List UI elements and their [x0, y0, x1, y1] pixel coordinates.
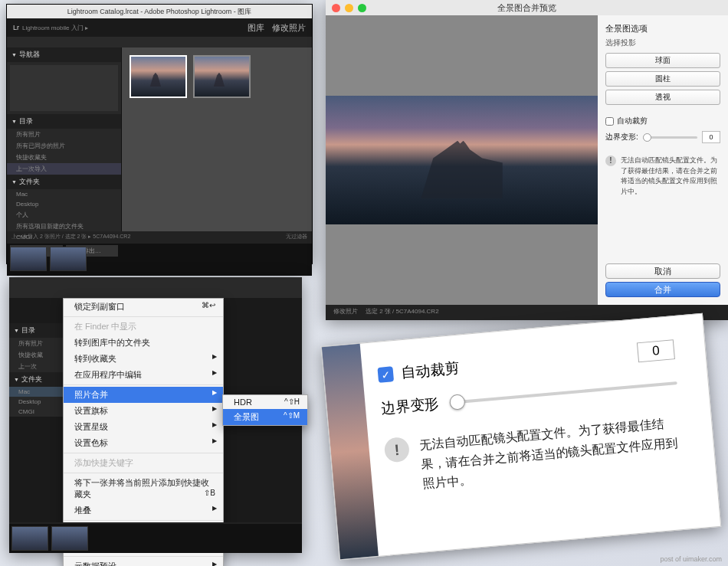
filmstrip[interactable]	[9, 524, 302, 553]
submenu-item[interactable]: HDR^⇧H	[223, 395, 307, 409]
preview-canvas	[326, 15, 598, 305]
menu-item[interactable]: 将下一张并将当前照片添加到快捷收藏夹⇧B	[64, 475, 223, 502]
panorama-image	[326, 96, 598, 224]
photo-thumb[interactable]	[130, 55, 187, 98]
catalog-item[interactable]: 所有已同步的照片	[7, 140, 121, 152]
slider-knob[interactable]	[643, 133, 651, 142]
detail-popup: ✓ 自动裁剪 0 边界变形 ! 无法自动匹配镜头配置文件。为了获得最佳结果，请在…	[321, 313, 722, 561]
menu-item: 在 Finder 中显示	[64, 319, 223, 335]
lightroom-contextmenu-window: 目录 所有照片 快捷收藏 上一次 文件夹 Mac Desktop CMGI 锁定…	[9, 277, 302, 553]
menu-item: 添加快捷关键字	[64, 455, 223, 471]
menu-item[interactable]: 锁定到副窗口⌘↩	[64, 299, 223, 315]
folder-item[interactable]: 所有选项目新建的文件夹	[7, 221, 121, 232]
filmstrip[interactable]	[7, 244, 312, 276]
toolbar	[7, 37, 312, 47]
auto-crop-label: 自动裁剪	[400, 358, 460, 384]
attribution: post of uimaker.com	[660, 555, 722, 563]
photo-thumb[interactable]	[193, 55, 251, 98]
catalog-item[interactable]: 快捷收藏	[9, 349, 63, 361]
photo-merge-submenu: HDR^⇧H全景图^⇧M	[222, 394, 308, 426]
menu-item[interactable]: 设置旗标	[64, 403, 223, 419]
menu-item[interactable]: 在应用程序中编辑	[64, 367, 223, 383]
lr-header: Lr Lightroom mobile 入门 ▸ 图库 修改照片	[7, 18, 312, 37]
filmstrip-thumb[interactable]	[51, 526, 88, 551]
boundary-value[interactable]: 0	[637, 339, 675, 362]
warning-text: 无法自动匹配镜头配置文件。为了获得最佳结果，请在合并之前将适当的镜头配置文件应用…	[418, 413, 684, 494]
filmstrip-thumb[interactable]	[10, 247, 47, 271]
panorama-preview-dialog: 全景图合并预览 全景图选项 选择投影 球面 圆柱 透视 自动裁剪 边界变形: 0…	[326, 0, 728, 320]
menu-item[interactable]: 元数据预设	[64, 558, 223, 566]
auto-crop-checkbox[interactable]: ✓	[377, 366, 394, 383]
warning-text: 无法自动匹配镜头配置文件。为了获得最佳结果，请在合并之前将适当的镜头配置文件应用…	[621, 155, 720, 197]
catalog-item[interactable]: 上一次	[9, 361, 63, 372]
foot-mode: 修改照片	[333, 307, 358, 318]
folder-item[interactable]: 个人	[7, 209, 121, 221]
auto-crop-label: 自动裁剪	[617, 116, 648, 126]
status-text: 上一次导入 2 张照片 / 选定 2 张 ▸ 5C7A4094.CR2	[11, 233, 130, 242]
slider-knob[interactable]	[449, 394, 466, 411]
navigator-header[interactable]: 导航器	[7, 47, 121, 62]
folder-item[interactable]: Mac	[9, 387, 63, 397]
boundary-label: 边界变形	[380, 394, 440, 419]
menu-item[interactable]: 堆叠	[64, 502, 223, 519]
catalog-header[interactable]: 目录	[7, 114, 121, 129]
boundary-slider[interactable]	[643, 136, 697, 139]
menu-item[interactable]: 照片合并	[64, 387, 223, 403]
catalog-item[interactable]: 所有照片	[7, 129, 121, 140]
filmstrip-thumb[interactable]	[11, 526, 48, 551]
tab-develop[interactable]: 修改照片	[272, 22, 306, 34]
merge-button[interactable]: 合并	[605, 282, 720, 297]
toolbar	[9, 277, 302, 298]
folder-item[interactable]: Desktop	[7, 199, 121, 209]
foot-sel: 选定 2 张 / 5C7A4094.CR2	[366, 307, 439, 318]
warning-icon: !	[384, 437, 411, 463]
projection-spherical-button[interactable]: 球面	[605, 53, 720, 68]
auto-crop-checkbox[interactable]	[605, 117, 614, 126]
left-panel: 目录 所有照片 快捷收藏 上一次 文件夹 Mac Desktop CMGI	[9, 323, 63, 417]
grid-view[interactable]	[122, 47, 312, 231]
lightroom-library-window: Lightroom Catalog.lrcat - Adobe Photosho…	[6, 4, 313, 264]
folder-item[interactable]: Desktop	[9, 397, 63, 407]
lr-mobile-link[interactable]: Lightroom mobile 入门 ▸	[22, 24, 88, 32]
left-panel: 导航器 目录 所有照片 所有已同步的照片 快捷收藏夹 上一次导入 文件夹 Mac…	[7, 47, 122, 231]
projection-label: 选择投影	[605, 38, 720, 48]
menu-item[interactable]: 设置色标	[64, 435, 223, 451]
navigator-preview	[10, 65, 118, 111]
folder-item[interactable]: CMGI	[9, 407, 63, 417]
submenu-item[interactable]: 全景图^⇧M	[223, 409, 307, 425]
boundary-value[interactable]: 0	[702, 131, 720, 143]
menu-item[interactable]: 设置星级	[64, 419, 223, 435]
menu-item[interactable]: 转到图库中的文件夹	[64, 335, 223, 351]
options-panel: 全景图选项 选择投影 球面 圆柱 透视 自动裁剪 边界变形: 0 ! 无法自动匹…	[598, 15, 728, 305]
menu-item[interactable]: 转到收藏夹	[64, 351, 223, 367]
projection-perspective-button[interactable]: 透视	[605, 90, 720, 105]
options-title: 全景图选项	[605, 23, 720, 34]
window-titlebar: Lightroom Catalog.lrcat - Adobe Photosho…	[7, 5, 312, 18]
cancel-button[interactable]: 取消	[605, 263, 720, 279]
catalog-item[interactable]: 快捷收藏夹	[7, 152, 121, 163]
tab-library[interactable]: 图库	[248, 22, 264, 34]
boundary-slider[interactable]	[450, 381, 677, 404]
mac-titlebar: 全景图合并预览	[326, 0, 728, 15]
filter-text: 无过滤器	[286, 233, 307, 242]
folder-item[interactable]: Mac	[7, 189, 121, 199]
folders-header[interactable]: 文件夹	[7, 175, 121, 189]
dialog-title: 全景图合并预览	[326, 2, 728, 14]
warning-icon: !	[605, 155, 616, 166]
catalog-item-selected[interactable]: 上一次导入	[7, 163, 121, 175]
catalog-header[interactable]: 目录	[9, 323, 63, 338]
boundary-label: 边界变形:	[605, 132, 638, 142]
lr-logo: Lr	[13, 24, 19, 31]
projection-cylindrical-button[interactable]: 圆柱	[605, 71, 720, 87]
folders-header[interactable]: 文件夹	[9, 372, 63, 387]
catalog-item[interactable]: 所有照片	[9, 338, 63, 349]
status-bar: 上一次导入 2 张照片 / 选定 2 张 ▸ 5C7A4094.CR2 无过滤器	[7, 231, 312, 244]
filmstrip-thumb[interactable]	[50, 247, 87, 271]
